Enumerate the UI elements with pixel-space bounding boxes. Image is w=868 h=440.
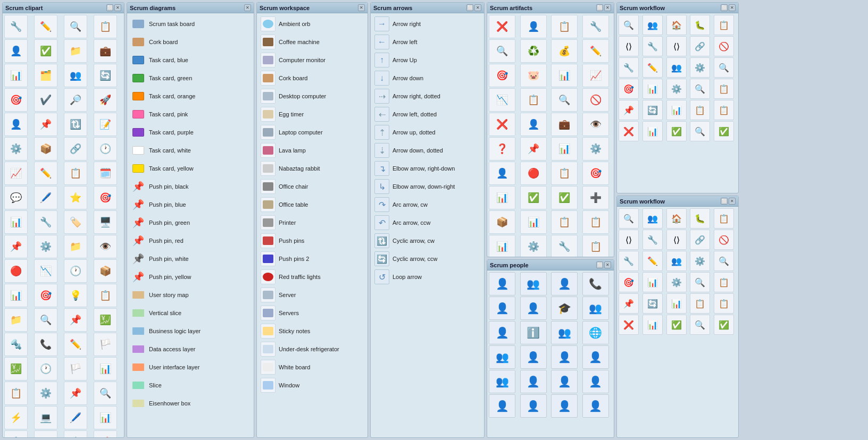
close-btn[interactable]: ✕ xyxy=(729,4,736,11)
workflow-icon[interactable]: 📊 xyxy=(666,293,687,314)
workflow-icon[interactable]: 🔍 xyxy=(690,315,710,335)
list-item[interactable]: Push pins 2 xyxy=(258,250,366,268)
clipart-icon[interactable]: 📊 xyxy=(4,210,28,234)
list-item[interactable]: White board xyxy=(258,358,366,376)
person-icon[interactable]: 👤 xyxy=(582,370,609,393)
clipart-icon[interactable]: ⚡ xyxy=(4,406,28,429)
clipart-icon[interactable]: 🕐 xyxy=(64,259,87,283)
artifact-icon[interactable]: 📊 xyxy=(551,137,578,160)
person-icon[interactable]: 🌐 xyxy=(582,321,609,344)
clipart-icon[interactable]: 🔴 xyxy=(4,259,28,283)
clipart-icon[interactable]: ⚙️ xyxy=(4,430,28,437)
clipart-icon[interactable]: 📋 xyxy=(4,382,28,405)
list-item[interactable]: 🔄Cyclic arrow, ccw xyxy=(372,250,482,268)
workflow-icon[interactable]: 🔍 xyxy=(619,15,639,35)
list-item[interactable]: Sticky notes xyxy=(258,322,366,340)
list-item[interactable]: ↳Elbow arrow, down-right xyxy=(372,177,482,196)
workflow-icon[interactable]: 🔧 xyxy=(642,36,663,56)
list-item[interactable]: Scrum task board xyxy=(129,15,252,33)
close-btn[interactable]: ✕ xyxy=(474,4,481,11)
artifact-icon[interactable]: ➕ xyxy=(582,186,609,209)
clipart-icon[interactable]: 📌 xyxy=(4,235,28,258)
workflow-icon[interactable]: ✅ xyxy=(666,121,687,141)
close-btn[interactable]: ✕ xyxy=(358,4,365,11)
clipart-icon[interactable]: 🏳️ xyxy=(64,357,87,380)
person-icon[interactable]: 🎓 xyxy=(551,297,578,320)
person-icon[interactable]: 👤 xyxy=(489,272,515,295)
list-item[interactable]: ↴Elbow arrow, right-down xyxy=(372,159,482,177)
clipart-icon[interactable]: 🗂️ xyxy=(34,64,57,87)
clipart-icon[interactable]: 🔍 xyxy=(64,15,87,38)
list-item[interactable]: ⇡Arrow up, dotted xyxy=(372,123,482,141)
workflow-icon[interactable]: 🔍 xyxy=(714,57,734,78)
clipart-icon[interactable]: 🎯 xyxy=(4,88,28,112)
clipart-icon[interactable]: 🔄 xyxy=(94,64,117,87)
clipart-icon[interactable]: 🔍 xyxy=(34,308,57,332)
list-item[interactable]: ⇠Arrow left, dotted xyxy=(372,105,482,123)
list-item[interactable]: Printer xyxy=(258,214,366,232)
clipart-icon[interactable]: 📋 xyxy=(94,284,117,307)
clipart-icon[interactable]: 📋 xyxy=(94,15,117,38)
clipart-icon[interactable]: 🚀 xyxy=(94,88,117,112)
clipart-icon[interactable]: 👤 xyxy=(4,113,28,136)
clipart-icon[interactable]: 📊 xyxy=(94,357,117,380)
workflow-icon[interactable]: 🔍 xyxy=(690,121,710,141)
person-icon[interactable]: 👤 xyxy=(520,370,547,393)
close-btn[interactable]: ✕ xyxy=(114,4,121,11)
clipart-icon[interactable]: ⚙️ xyxy=(4,137,28,160)
workflow-icon[interactable]: 🔄 xyxy=(642,293,663,314)
clipart-icon[interactable]: 📉 xyxy=(34,259,57,283)
list-item[interactable]: Egg timer xyxy=(258,105,366,123)
artifact-icon[interactable]: 📈 xyxy=(582,64,609,87)
workflow-icon[interactable]: ⚙️ xyxy=(666,272,687,292)
list-item[interactable]: Computer monitor xyxy=(258,51,366,69)
artifact-icon[interactable]: 👁️ xyxy=(582,113,609,136)
clipart-icon[interactable]: 📈 xyxy=(4,162,28,185)
artifact-icon[interactable]: 📊 xyxy=(551,64,578,87)
clipart-icon[interactable]: 🎯 xyxy=(94,186,117,209)
clipart-icon[interactable]: 📁 xyxy=(64,39,87,63)
clipart-icon[interactable]: 👁️ xyxy=(94,235,117,258)
list-item[interactable]: 📌Push pin, black xyxy=(129,177,252,196)
workflow-icon[interactable]: 📊 xyxy=(642,79,663,99)
list-item[interactable]: →Arrow right xyxy=(372,15,482,33)
workflow-icon[interactable]: ⟨⟩ xyxy=(666,36,687,56)
workflow-icon[interactable]: 🚫 xyxy=(714,230,734,250)
artifact-icon[interactable]: 🔍 xyxy=(551,88,578,112)
list-item[interactable]: Lava lamp xyxy=(258,141,366,159)
list-item[interactable]: ⇣Arrow down, dotted xyxy=(372,141,482,159)
artifact-icon[interactable]: ⚙️ xyxy=(520,235,547,257)
artifact-icon[interactable]: 💼 xyxy=(551,113,578,136)
artifact-icon[interactable]: 🔍 xyxy=(489,39,515,63)
list-item[interactable]: ↶Arc arrow, ccw xyxy=(372,214,482,232)
artifact-icon[interactable]: ❌ xyxy=(489,113,515,136)
workflow-icon[interactable]: 🏠 xyxy=(666,208,687,229)
list-item[interactable]: Slice xyxy=(129,376,252,394)
list-item[interactable]: Task card, white xyxy=(129,141,252,159)
list-item[interactable]: Task card, purple xyxy=(129,123,252,141)
list-item[interactable]: Window xyxy=(258,376,366,394)
artifact-icon[interactable]: ✏️ xyxy=(582,39,609,63)
list-item[interactable]: ⇢Arrow right, dotted xyxy=(372,87,482,105)
clipart-icon[interactable]: 📦 xyxy=(94,259,117,283)
artifact-icon[interactable]: 📊 xyxy=(520,210,547,234)
list-item[interactable]: Cork board xyxy=(129,33,252,51)
workflow-icon[interactable]: 🔍 xyxy=(690,79,710,99)
clipart-icon[interactable]: 👤 xyxy=(4,39,28,63)
person-icon[interactable]: 👤 xyxy=(582,394,609,418)
workflow-icon[interactable]: 📋 xyxy=(714,15,734,35)
close-btn[interactable]: ✕ xyxy=(729,198,736,205)
workflow-icon[interactable]: 🔗 xyxy=(690,230,710,250)
maximize-btn[interactable]: ⬜ xyxy=(106,4,113,11)
clipart-icon[interactable]: 👥 xyxy=(64,64,87,87)
artifact-icon[interactable]: 📋 xyxy=(582,210,609,234)
artifact-icon[interactable]: 🔴 xyxy=(520,162,547,185)
list-item[interactable]: Nabaztag rabbit xyxy=(258,159,366,177)
list-item[interactable]: User story map xyxy=(129,286,252,304)
workflow-icon[interactable]: ✅ xyxy=(714,315,734,335)
artifact-icon[interactable]: 📌 xyxy=(520,137,547,160)
clipart-icon[interactable]: 📦 xyxy=(34,137,57,160)
workflow-icon[interactable]: ✏️ xyxy=(642,57,663,78)
person-icon[interactable]: 👤 xyxy=(551,394,578,418)
workflow-icon[interactable]: 🔍 xyxy=(619,208,639,229)
